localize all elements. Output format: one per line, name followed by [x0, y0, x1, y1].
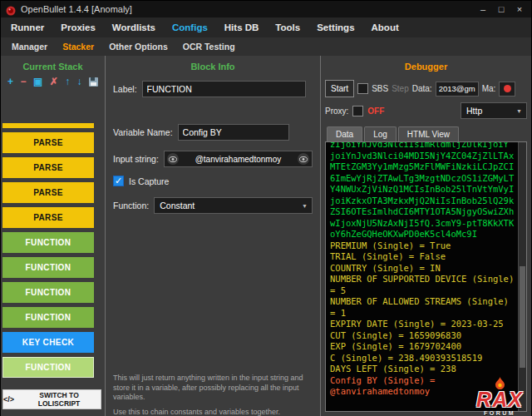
console-line: EXPIRY DATE (Single) = 2023-03-25 — [330, 319, 515, 330]
menu-item-proxies[interactable]: Proxies — [52, 17, 104, 37]
add-block-icon[interactable]: + — [7, 76, 13, 87]
stacker-main-area: Current Stack + − ▣ ✗ ↑ ↓ PARSE PARSE PA… — [1, 56, 531, 416]
tab-log[interactable]: Log — [364, 126, 397, 141]
label-input[interactable] — [142, 81, 306, 97]
remove-block-icon[interactable]: − — [20, 76, 26, 87]
stack-block[interactable]: PARSE — [2, 182, 94, 203]
wordlist-type-label: Ma: — [482, 84, 496, 93]
menu-item-hitsdb[interactable]: Hits DB — [216, 17, 268, 37]
console-line: EXP (Single) = 1679702400 — [330, 341, 515, 353]
block-description-line2: Use this to chain constants and variable… — [113, 408, 315, 416]
variable-name-label: Variable Name: — [113, 127, 173, 137]
console-line: NUMBER OF ALLOWED STREAMS (Single) = 1 — [330, 296, 515, 319]
save-stack-icon[interactable] — [89, 77, 98, 87]
rax-forum-watermark: RAX FORUM — [470, 377, 530, 416]
block-description: This will just return anything written i… — [113, 374, 315, 416]
submenu-item-ocr-testing[interactable]: OCR Testing — [175, 37, 243, 56]
window-title: OpenBullet 1.4.4 [Anomaly] — [21, 4, 475, 14]
console-line: C (Single) = 238.490393518519 — [330, 353, 515, 364]
debugger-console: zIjoiYnJvd3NlciIsImRldmljZUlkIjoiY joiYn… — [325, 141, 527, 412]
menu-item-about[interactable]: About — [363, 17, 407, 37]
debugger-tabs: Data Log HTML View — [325, 126, 527, 141]
block-info-panel: Block Info Label: Variable Name: Input s… — [106, 56, 321, 416]
data-input[interactable] — [436, 82, 479, 97]
proxy-checkbox[interactable] — [352, 106, 363, 116]
status-dot-icon — [504, 85, 511, 92]
proxy-status-badge: OFF — [367, 106, 384, 116]
stack-block[interactable]: FUNCTION — [2, 257, 94, 278]
block-info-title: Block Info — [106, 62, 320, 72]
is-capture-checkbox[interactable] — [113, 176, 124, 186]
switch-button-label: SWITCH TO LOLISCRIPT — [17, 391, 101, 408]
stack-toolbar: + − ▣ ✗ ↑ ↓ — [1, 72, 105, 88]
stack-block[interactable]: PARSE — [2, 157, 94, 178]
input-string-value: @tanvirahamedtonmoy — [195, 155, 282, 164]
proxy-label: Proxy: — [325, 106, 348, 116]
menu-item-tools[interactable]: Tools — [267, 17, 308, 37]
console-scrollbar[interactable] — [518, 142, 526, 411]
stack-block[interactable]: FUNCTION — [2, 282, 94, 303]
block-description-line1: This will just return anything written i… — [113, 374, 315, 403]
stack-block[interactable]: FUNCTION — [2, 307, 94, 328]
console-line: PREMIUM (Single) = True — [330, 240, 515, 252]
console-scrollbar-thumb[interactable] — [520, 266, 525, 369]
clone-block-icon[interactable]: ▣ — [33, 76, 42, 87]
stack-block[interactable]: KEY CHECK — [2, 332, 94, 353]
minimize-button[interactable]: – — [475, 2, 491, 16]
watermark-title: RAX — [476, 389, 523, 409]
stack-block[interactable]: FUNCTION — [2, 232, 94, 253]
function-dropdown-value: Constant — [160, 201, 195, 210]
watermark-subtitle: FORUM — [484, 410, 515, 416]
window-titlebar: OpenBullet 1.4.4 [Anomaly] – □ × — [1, 1, 531, 17]
input-string-field[interactable]: @tanvirahamedtonmoy — [164, 151, 313, 167]
openbullet-window: OpenBullet 1.4.4 [Anomaly] – □ × Runner … — [0, 0, 532, 416]
proxy-type-dropdown[interactable]: Http ▼ — [461, 102, 527, 119]
console-line: DAYS LEFT (Single) = 238 — [330, 364, 515, 375]
menu-item-wordlists[interactable]: Wordlists — [104, 17, 164, 37]
submenu-item-other-options[interactable]: Other Options — [101, 37, 175, 56]
debugger-controls-row: Start SBS Step Data: Ma: — [325, 80, 527, 97]
switch-to-loliscript-button[interactable]: </> SWITCH TO LOLISCRIPT — [2, 389, 101, 409]
step-button[interactable]: Step — [392, 84, 409, 93]
sbs-checkbox[interactable] — [357, 83, 368, 94]
maximize-button[interactable]: □ — [493, 2, 510, 16]
submenu-item-manager[interactable]: Manager — [4, 37, 55, 56]
start-button[interactable]: Start — [325, 80, 354, 97]
stack-block-selected[interactable]: FUNCTION — [2, 357, 94, 378]
menu-item-settings[interactable]: Settings — [308, 17, 362, 37]
input-string-label: Input string: — [113, 154, 159, 164]
proxy-type-value: Http — [466, 106, 482, 116]
variable-name-input[interactable] — [178, 124, 289, 141]
eye-left-icon[interactable] — [167, 153, 179, 165]
close-button[interactable]: × — [511, 2, 528, 16]
console-line: COUNTRY (Single) = IN — [330, 263, 515, 275]
tab-html-view[interactable]: HTML View — [398, 126, 459, 141]
eye-right-icon[interactable] — [298, 153, 309, 165]
debugger-title: Debugger — [321, 62, 531, 72]
data-label: Data: — [412, 84, 432, 93]
move-down-icon[interactable]: ↓ — [77, 76, 82, 87]
stack-block[interactable]: PARSE — [2, 132, 94, 153]
submenu-item-stacker[interactable]: Stacker — [55, 37, 101, 56]
menu-item-configs[interactable]: Configs — [164, 17, 216, 37]
window-controls: – □ × — [475, 2, 528, 16]
menu-item-runner[interactable]: Runner — [2, 17, 52, 37]
console-line: NUMBER OF SUPPORTED DEVICE (Single) = 5 — [330, 274, 515, 296]
chevron-down-icon: ▼ — [516, 108, 522, 114]
console-line: zIjoiYnJvd3NlciIsImRldmljZUlkIjoiY — [330, 141, 515, 151]
proxy-row: Proxy: OFF Http ▼ — [325, 102, 527, 119]
function-label: Function: — [113, 201, 149, 210]
function-dropdown[interactable]: Constant ▼ — [154, 197, 313, 214]
tab-data[interactable]: Data — [327, 126, 362, 141]
wordlist-type-dropdown[interactable] — [499, 82, 515, 97]
clear-stack-icon[interactable]: ✗ — [50, 76, 58, 87]
console-line: CUT (Single) = 1659096830 — [330, 330, 515, 342]
stack-block[interactable]: PARSE — [2, 207, 94, 228]
main-menu: Runner Proxies Wordlists Configs Hits DB… — [1, 17, 531, 37]
stack-block-partial[interactable] — [2, 123, 94, 128]
is-capture-label: Is Capture — [129, 176, 169, 186]
debugger-panel: Debugger Start SBS Step Data: Ma: Proxy:… — [321, 56, 531, 416]
console-token-line: joiYnJvd3Nlci04MDI5NjY4ZC04ZjZlLTAxMTEtZ… — [330, 151, 515, 240]
label-field-label: Label: — [113, 84, 137, 94]
move-up-icon[interactable]: ↑ — [65, 76, 70, 87]
